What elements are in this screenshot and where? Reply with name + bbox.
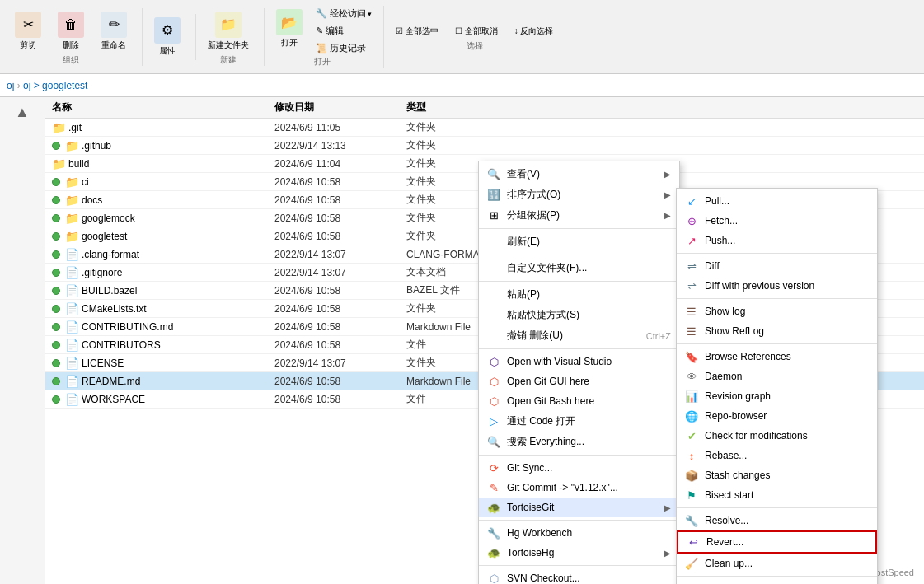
file-icon: 📄 [65, 248, 78, 261]
menu-check-modifications[interactable]: ✔ Check for modifications [677, 426, 877, 446]
open-button[interactable]: 📂 打开 [270, 6, 309, 56]
folder-icon [487, 262, 500, 275]
menu-git-sync[interactable]: ⟳ Git Sync... [479, 458, 679, 478]
vs-icon: ⬡ [487, 355, 500, 368]
select-all-button[interactable]: ☑ 全部选中 [389, 22, 445, 40]
sync-check-icon [52, 178, 60, 186]
file-icon: 📄 [65, 284, 78, 297]
invert-select-button[interactable]: ↕ 反向选择 [508, 22, 560, 40]
breadcrumb-root[interactable]: oj [7, 80, 14, 91]
menu-refresh[interactable]: 刷新(E) [479, 231, 679, 252]
menu-diff[interactable]: ⇌ Diff [677, 256, 877, 276]
separator [677, 298, 877, 299]
sync-check-icon [52, 287, 60, 295]
file-icon: 📄 [65, 357, 78, 370]
git-sync-icon: ⟳ [487, 461, 500, 474]
menu-stash[interactable]: 📦 Stash changes [677, 465, 877, 485]
menu-paste-shortcut[interactable]: 粘贴快捷方式(S) [479, 305, 679, 325]
menu-show-reflog[interactable]: ☰ Show RefLog [677, 321, 877, 341]
menu-sort[interactable]: 🔢 排序方式(O) ▶ [479, 185, 679, 205]
diff-icon: ⇌ [685, 259, 698, 273]
paste-shortcut-icon [487, 309, 500, 322]
menu-bisect[interactable]: ⚑ Bisect start [677, 485, 877, 505]
breadcrumb-current[interactable]: oj > googletest [23, 80, 87, 91]
edit-button[interactable]: ✎ 编辑 [312, 23, 375, 39]
new-folder-button[interactable]: 📁 新建文件夹 [201, 8, 256, 54]
menu-open-git-bash[interactable]: ⬡ Open Git Bash here [479, 391, 679, 411]
col-header-date[interactable]: 修改日期 [274, 100, 406, 114]
menu-customize-folder[interactable]: 自定义文件夹(F)... [479, 258, 679, 278]
sidebar: ▲ [0, 97, 45, 584]
menu-group[interactable]: ⊞ 分组依据(P) ▶ [479, 205, 679, 226]
menu-show-log[interactable]: ☰ Show log [677, 301, 877, 321]
menu-git-commit[interactable]: ✎ Git Commit -> "v1.12.x"... [479, 478, 679, 498]
col-header-type[interactable]: 类型 [406, 100, 530, 114]
menu-browse-refs[interactable]: 🔖 Browse References [677, 347, 877, 367]
menu-search-everything[interactable]: 🔍 搜索 Everything... [479, 432, 679, 452]
menu-switch-checkout[interactable]: ⇄ Switch/Checkout... [677, 579, 877, 584]
menu-diff-prev[interactable]: ⇌ Diff with previous version [677, 276, 877, 296]
menu-tortoisehg[interactable]: 🐢 TortoiseHg ▶ [479, 543, 679, 563]
menu-paste[interactable]: 粘贴(P) [479, 284, 679, 305]
menu-cleanup[interactable]: 🧹 Clean up... [677, 554, 877, 573]
file-icon: 📄 [65, 320, 78, 334]
bisect-icon: ⚑ [685, 488, 698, 502]
file-icon: 📄 [65, 375, 78, 388]
separator [677, 576, 877, 577]
menu-revision-graph[interactable]: 📊 Revision graph [677, 386, 877, 406]
daemon-icon: 👁 [685, 370, 698, 383]
sync-check-icon [52, 214, 60, 222]
tortoisehg-icon: 🐢 [487, 546, 500, 559]
cut-button[interactable]: ✂ 剪切 [8, 8, 48, 54]
menu-resolve[interactable]: 🔧 Resolve... [677, 511, 877, 530]
show-reflog-icon: ☰ [685, 325, 698, 338]
paste-icon [487, 288, 500, 301]
menu-hg-workbench[interactable]: 🔧 Hg Workbench [479, 523, 679, 543]
rename-button[interactable]: ✏ 重命名 [94, 8, 134, 54]
fetch-icon: ⊕ [685, 214, 698, 227]
menu-svn-checkout[interactable]: ⬡ SVN Checkout... [479, 568, 679, 584]
menu-undo-delete[interactable]: 撤销 删除(U) Ctrl+Z [479, 325, 679, 346]
menu-fetch[interactable]: ⊕ Fetch... [677, 211, 877, 231]
table-row[interactable]: 📁.git 2024/6/9 11:05 文件夹 [45, 119, 924, 137]
menu-push[interactable]: ↗ Push... [677, 231, 877, 250]
separator [479, 348, 679, 349]
separator [479, 520, 679, 521]
folder-icon: 📁 [65, 212, 78, 225]
file-icon: 📄 [65, 302, 78, 315]
menu-repo-browser[interactable]: 🌐 Repo-browser [677, 406, 877, 426]
sync-check-icon [52, 269, 60, 277]
sync-check-icon [52, 142, 60, 150]
file-icon: 📄 [65, 339, 78, 352]
sync-check-icon [52, 323, 60, 331]
menu-view[interactable]: 🔍 查看(V) ▶ [479, 164, 679, 185]
menu-revert[interactable]: ↩ Revert... [677, 530, 877, 554]
file-icon: 📄 [65, 393, 78, 406]
deselect-all-button[interactable]: ☐ 全部取消 [448, 22, 504, 40]
address-bar: oj › oj > googletest [0, 74, 924, 97]
vscode-icon: ▷ [487, 415, 500, 428]
separator [479, 455, 679, 456]
menu-open-vs[interactable]: ⬡ Open with Visual Studio [479, 352, 679, 371]
menu-tortoisegit[interactable]: 🐢 TortoiseGit ▶ [479, 498, 679, 517]
history-button[interactable]: 📜 历史记录 [312, 40, 375, 56]
menu-open-vscode[interactable]: ▷ 通过 Code 打开 [479, 411, 679, 432]
properties-button[interactable]: ⚙ 属性 [148, 14, 187, 60]
undo-icon [487, 329, 500, 343]
sync-check-icon [52, 359, 60, 367]
sync-check-icon [52, 250, 60, 259]
table-row[interactable]: 📁.github 2022/9/14 13:13 文件夹 [45, 137, 924, 155]
menu-rebase[interactable]: ↕ Rebase... [677, 446, 877, 465]
push-icon: ↗ [685, 234, 698, 247]
diff-prev-icon: ⇌ [685, 279, 698, 292]
sync-check-icon [52, 232, 60, 241]
sidebar-up-arrow[interactable]: ▲ [15, 104, 30, 121]
col-header-name[interactable]: 名称 [52, 100, 274, 114]
easy-access-button[interactable]: 🔧 经松访问▾ [312, 6, 375, 21]
menu-daemon[interactable]: 👁 Daemon [677, 367, 877, 386]
group-icon: ⊞ [487, 209, 500, 222]
menu-open-git-gui[interactable]: ⬡ Open Git GUI here [479, 371, 679, 391]
tortoisegit-icon: 🐢 [487, 501, 500, 514]
delete-button[interactable]: 🗑 删除 [51, 8, 91, 54]
menu-pull[interactable]: ↙ Pull... [677, 191, 877, 211]
